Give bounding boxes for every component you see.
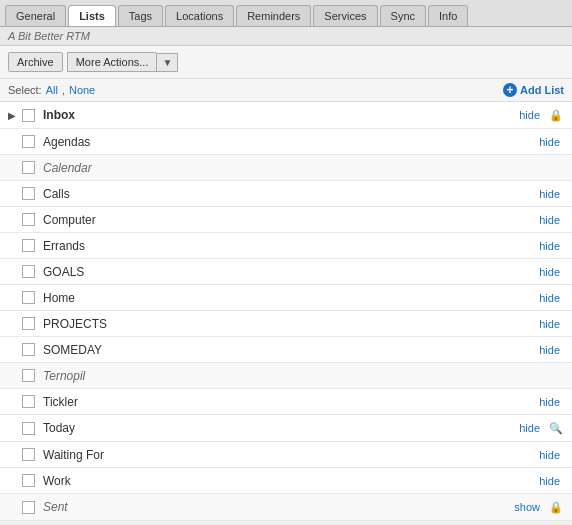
archive-button[interactable]: Archive xyxy=(8,52,63,72)
list-name: Inbox xyxy=(43,108,519,122)
list-checkbox[interactable] xyxy=(22,265,35,278)
list-name: Sent xyxy=(43,500,514,514)
add-list-icon: + xyxy=(503,83,517,97)
list-item: Callshide xyxy=(0,181,572,207)
list-checkbox[interactable] xyxy=(22,448,35,461)
more-actions-dropdown: More Actions... ▼ xyxy=(67,52,179,72)
list-item: Sentshow🔒 xyxy=(0,494,572,521)
list-item: Todayhide🔍 xyxy=(0,415,572,442)
list-name: Calendar xyxy=(43,161,564,175)
list-checkbox[interactable] xyxy=(22,395,35,408)
list-item: Errandshide xyxy=(0,233,572,259)
list-checkbox[interactable] xyxy=(22,135,35,148)
list-checkbox[interactable] xyxy=(22,213,35,226)
select-all-link[interactable]: All xyxy=(46,84,58,96)
expand-arrow[interactable]: ▶ xyxy=(8,110,18,121)
more-actions-button[interactable]: More Actions... xyxy=(67,52,157,72)
tab-reminders[interactable]: Reminders xyxy=(236,5,311,26)
hide-link[interactable]: hide xyxy=(519,109,540,121)
tab-sync[interactable]: Sync xyxy=(380,5,426,26)
search-icon[interactable]: 🔍 xyxy=(548,420,564,436)
add-list-button[interactable]: + Add List xyxy=(503,83,564,97)
hide-link[interactable]: hide xyxy=(539,266,560,278)
tab-locations[interactable]: Locations xyxy=(165,5,234,26)
hide-link[interactable]: hide xyxy=(539,188,560,200)
hide-link[interactable]: hide xyxy=(539,292,560,304)
list-item: Waiting Forhide xyxy=(0,442,572,468)
list-item: Homehide xyxy=(0,285,572,311)
list-name: Tickler xyxy=(43,395,539,409)
list-checkbox[interactable] xyxy=(22,161,35,174)
list-name: GOALS xyxy=(43,265,539,279)
lock-icon: 🔒 xyxy=(548,107,564,123)
hide-link[interactable]: hide xyxy=(539,475,560,487)
list-name: Today xyxy=(43,421,519,435)
app-subtitle: A Bit Better RTM xyxy=(0,27,572,46)
select-none-link[interactable]: None xyxy=(69,84,95,96)
select-controls: Select: All, None xyxy=(8,84,95,96)
list-checkbox[interactable] xyxy=(22,474,35,487)
list-item: Agendashide xyxy=(0,129,572,155)
list-checkbox[interactable] xyxy=(22,239,35,252)
list-name: PROJECTS xyxy=(43,317,539,331)
list-name: Calls xyxy=(43,187,539,201)
tab-services[interactable]: Services xyxy=(313,5,377,26)
hide-link[interactable]: hide xyxy=(519,422,540,434)
list-item: Calendar xyxy=(0,155,572,181)
show-link[interactable]: show xyxy=(514,501,540,513)
list-name: Waiting For xyxy=(43,448,539,462)
hide-link[interactable]: hide xyxy=(539,344,560,356)
hide-link[interactable]: hide xyxy=(539,396,560,408)
tab-general[interactable]: General xyxy=(5,5,66,26)
tab-bar: GeneralListsTagsLocationsRemindersServic… xyxy=(0,0,572,27)
tab-tags[interactable]: Tags xyxy=(118,5,163,26)
hide-link[interactable]: hide xyxy=(539,214,560,226)
hide-link[interactable]: hide xyxy=(539,136,560,148)
list-item: Workhide xyxy=(0,468,572,494)
list-name: Ternopil xyxy=(43,369,564,383)
list-checkbox[interactable] xyxy=(22,422,35,435)
lock-icon: 🔒 xyxy=(548,499,564,515)
hide-link[interactable]: hide xyxy=(539,318,560,330)
list-name: Computer xyxy=(43,213,539,227)
list-checkbox[interactable] xyxy=(22,501,35,514)
hide-link[interactable]: hide xyxy=(539,240,560,252)
list-name: SOMEDAY xyxy=(43,343,539,357)
list-name: Errands xyxy=(43,239,539,253)
add-list-label: Add List xyxy=(520,84,564,96)
list-name: Home xyxy=(43,291,539,305)
list-checkbox[interactable] xyxy=(22,317,35,330)
list-item: Ticklerhide xyxy=(0,389,572,415)
tab-info[interactable]: Info xyxy=(428,5,468,26)
list-checkbox[interactable] xyxy=(22,343,35,356)
hide-link[interactable]: hide xyxy=(539,449,560,461)
list-item: SOMEDAYhide xyxy=(0,337,572,363)
dropdown-arrow-button[interactable]: ▼ xyxy=(156,53,178,72)
list-area: ▶Inboxhide🔒AgendashideCalendarCallshideC… xyxy=(0,102,572,521)
list-item: Ternopil xyxy=(0,363,572,389)
list-item: Computerhide xyxy=(0,207,572,233)
list-item: GOALShide xyxy=(0,259,572,285)
list-checkbox[interactable] xyxy=(22,369,35,382)
list-name: Work xyxy=(43,474,539,488)
select-row: Select: All, None + Add List xyxy=(0,79,572,102)
select-label: Select: xyxy=(8,84,42,96)
list-checkbox[interactable] xyxy=(22,109,35,122)
toolbar: Archive More Actions... ▼ xyxy=(0,46,572,79)
list-checkbox[interactable] xyxy=(22,187,35,200)
tab-lists[interactable]: Lists xyxy=(68,5,116,26)
list-checkbox[interactable] xyxy=(22,291,35,304)
list-name: Agendas xyxy=(43,135,539,149)
list-item: ▶Inboxhide🔒 xyxy=(0,102,572,129)
list-item: PROJECTShide xyxy=(0,311,572,337)
